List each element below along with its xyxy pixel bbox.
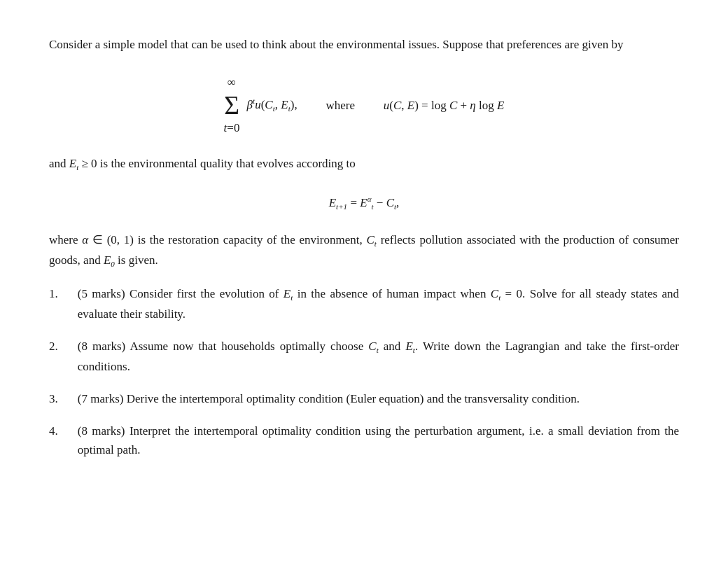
sum-lower-limit: t=0 (224, 118, 240, 137)
beta-term: βtu(Ct, Et), (247, 95, 298, 116)
item-number-4: 4. (49, 421, 78, 459)
where-paragraph: where α ∈ (0, 1) is the restoration capa… (49, 230, 679, 271)
question-list: 1. (5 marks) Consider first the evolutio… (49, 284, 679, 459)
transition-paragraph: and Et ≥ 0 is the environmental quality … (49, 154, 679, 174)
list-item-1: 1. (5 marks) Consider first the evolutio… (49, 284, 679, 323)
sigma-notation: ∞ Σ t=0 (224, 73, 240, 137)
item-content-2: (8 marks) Assume now that households opt… (78, 337, 679, 376)
item-content-3: (7 marks) Derive the intertemporal optim… (78, 389, 679, 408)
list-item-3: 3. (7 marks) Derive the intertemporal op… (49, 389, 679, 408)
formula-preferences: ∞ Σ t=0 βtu(Ct, Et), where u(C, E) = log… (49, 73, 679, 137)
evolution-formula: Et+1 = Eαt − Ct, (329, 193, 400, 214)
utility-function: u(C, E) = log C + η log E (384, 96, 505, 115)
intro-text: Consider a simple model that can be used… (49, 35, 679, 54)
evolution-equation: Et+1 = Eαt − Ct, (49, 193, 679, 214)
sum-upper-limit: ∞ (227, 73, 236, 92)
item-number-1: 1. (49, 284, 78, 323)
item-number-2: 2. (49, 337, 78, 376)
summation-formula: ∞ Σ t=0 βtu(Ct, Et), (224, 73, 298, 137)
item-content-4: (8 marks) Interpret the intertemporal op… (78, 421, 679, 459)
item-content-1: (5 marks) Consider first the evolution o… (78, 284, 679, 323)
list-item-4: 4. (8 marks) Interpret the intertemporal… (49, 421, 679, 459)
list-item-2: 2. (8 marks) Assume now that households … (49, 337, 679, 376)
where-keyword: where (326, 96, 355, 115)
item-number-3: 3. (49, 389, 78, 408)
sigma-symbol: Σ (224, 92, 239, 118)
